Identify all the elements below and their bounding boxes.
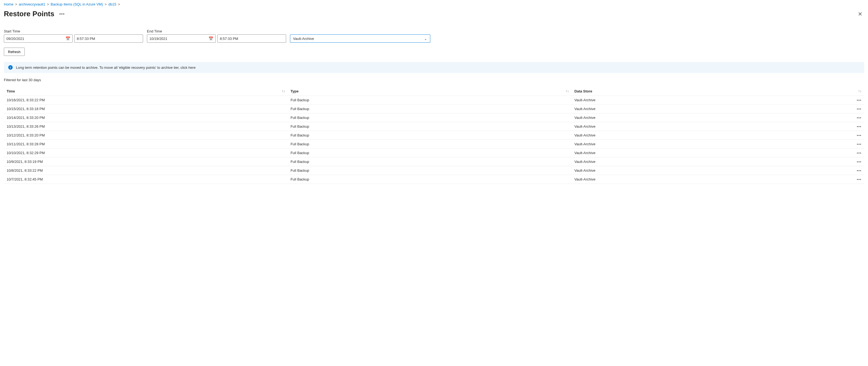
more-icon[interactable]: ••• (59, 11, 65, 17)
table-row: 10/16/2021, 8:33:22 PMFull BackupVault-A… (4, 96, 864, 104)
table-row: 10/7/2021, 8:32:45 PMFull BackupVault-Ar… (4, 175, 864, 184)
chevron-right-icon: > (104, 2, 107, 6)
cell-data-store: Vault-Archive (572, 166, 850, 175)
column-header-data-store[interactable]: Data Store ↑↓ (572, 87, 864, 96)
cell-data-store: Vault-Archive (572, 157, 850, 166)
cell-time: 10/13/2021, 8:33:26 PM (4, 122, 288, 131)
start-time-input[interactable]: 8:57:33 PM (74, 34, 143, 43)
refresh-button[interactable]: Refresh (4, 48, 25, 56)
calendar-icon: 📅 (65, 36, 70, 41)
cell-data-store: Vault-Archive (572, 175, 850, 184)
close-icon[interactable]: ✕ (856, 11, 864, 17)
cell-time: 10/9/2021, 8:33:19 PM (4, 157, 288, 166)
start-date-value: 09/20/2021 (6, 37, 24, 41)
cell-type: Full Backup (288, 140, 572, 149)
table-row: 10/12/2021, 8:33:20 PMFull BackupVault-A… (4, 131, 864, 140)
info-banner[interactable]: i Long term retention points can be move… (4, 62, 864, 73)
row-more-icon[interactable]: ••• (850, 157, 864, 166)
row-more-icon[interactable]: ••• (850, 122, 864, 131)
sort-icon: ↑↓ (282, 89, 285, 93)
table-row: 10/15/2021, 8:33:18 PMFull BackupVault-A… (4, 104, 864, 113)
start-time-label: Start Time (4, 29, 143, 33)
breadcrumb-db[interactable]: db15 (108, 2, 116, 6)
table-row: 10/10/2021, 8:32:29 PMFull BackupVault-A… (4, 149, 864, 157)
row-more-icon[interactable]: ••• (850, 131, 864, 140)
cell-time: 10/7/2021, 8:32:45 PM (4, 175, 288, 184)
breadcrumb: Home > archiveccyvault1 > Backup Items (… (4, 2, 864, 6)
cell-type: Full Backup (288, 96, 572, 104)
cell-data-store: Vault-Archive (572, 104, 850, 113)
info-icon: i (8, 65, 13, 70)
breadcrumb-backup-items[interactable]: Backup Items (SQL in Azure VM) (51, 2, 103, 6)
cell-data-store: Vault-Archive (572, 149, 850, 157)
chevron-right-icon: > (118, 2, 120, 6)
cell-time: 10/8/2021, 8:33:22 PM (4, 166, 288, 175)
row-more-icon[interactable]: ••• (850, 140, 864, 149)
cell-type: Full Backup (288, 157, 572, 166)
end-date-value: 10/19/2021 (149, 37, 167, 41)
restore-points-table: Time ↑↓ Type ↑↓ Data Store ↑↓ 10/16/2021… (4, 87, 864, 184)
end-time-input[interactable]: 8:57:33 PM (217, 34, 286, 43)
page-title: Restore Points (4, 10, 55, 18)
cell-type: Full Backup (288, 122, 572, 131)
cell-time: 10/15/2021, 8:33:18 PM (4, 104, 288, 113)
chevron-right-icon: > (47, 2, 49, 6)
end-time-label: End Time (147, 29, 286, 33)
end-date-input[interactable]: 10/19/2021 📅 (147, 34, 216, 43)
breadcrumb-home[interactable]: Home (4, 2, 13, 6)
end-time-value: 8:57:33 PM (220, 37, 238, 41)
tier-label (290, 29, 430, 33)
cell-data-store: Vault-Archive (572, 113, 850, 122)
cell-data-store: Vault-Archive (572, 131, 850, 140)
calendar-icon: 📅 (209, 36, 213, 41)
cell-type: Full Backup (288, 131, 572, 140)
row-more-icon[interactable]: ••• (850, 166, 864, 175)
table-row: 10/11/2021, 8:33:28 PMFull BackupVault-A… (4, 140, 864, 149)
chevron-down-icon: ⌄ (424, 36, 427, 41)
cell-type: Full Backup (288, 166, 572, 175)
cell-time: 10/14/2021, 8:33:20 PM (4, 113, 288, 122)
cell-type: Full Backup (288, 175, 572, 184)
cell-type: Full Backup (288, 149, 572, 157)
cell-type: Full Backup (288, 113, 572, 122)
row-more-icon[interactable]: ••• (850, 113, 864, 122)
tier-selected-value: Vault-Archive (293, 37, 314, 41)
tier-dropdown[interactable]: Vault-Archive ⌄ (290, 34, 430, 43)
table-row: 10/14/2021, 8:33:20 PMFull BackupVault-A… (4, 113, 864, 122)
row-more-icon[interactable]: ••• (850, 96, 864, 104)
cell-time: 10/11/2021, 8:33:28 PM (4, 140, 288, 149)
filter-status: Filtered for last 30 days (4, 78, 864, 82)
table-row: 10/9/2021, 8:33:19 PMFull BackupVault-Ar… (4, 157, 864, 166)
info-banner-text: Long term retention points can be moved … (16, 65, 196, 70)
cell-data-store: Vault-Archive (572, 96, 850, 104)
row-more-icon[interactable]: ••• (850, 149, 864, 157)
cell-type: Full Backup (288, 104, 572, 113)
chevron-right-icon: > (15, 2, 17, 6)
table-row: 10/8/2021, 8:33:22 PMFull BackupVault-Ar… (4, 166, 864, 175)
cell-data-store: Vault-Archive (572, 122, 850, 131)
cell-time: 10/10/2021, 8:32:29 PM (4, 149, 288, 157)
table-row: 10/13/2021, 8:33:26 PMFull BackupVault-A… (4, 122, 864, 131)
cell-time: 10/16/2021, 8:33:22 PM (4, 96, 288, 104)
breadcrumb-vault[interactable]: archiveccyvault1 (19, 2, 45, 6)
column-header-time[interactable]: Time ↑↓ (4, 87, 288, 96)
cell-time: 10/12/2021, 8:33:20 PM (4, 131, 288, 140)
cell-data-store: Vault-Archive (572, 140, 850, 149)
sort-icon: ↑↓ (566, 89, 569, 93)
sort-icon: ↑↓ (858, 89, 861, 93)
column-header-type[interactable]: Type ↑↓ (288, 87, 572, 96)
start-date-input[interactable]: 09/20/2021 📅 (4, 34, 73, 43)
start-time-value: 8:57:33 PM (77, 37, 95, 41)
row-more-icon[interactable]: ••• (850, 175, 864, 184)
row-more-icon[interactable]: ••• (850, 104, 864, 113)
